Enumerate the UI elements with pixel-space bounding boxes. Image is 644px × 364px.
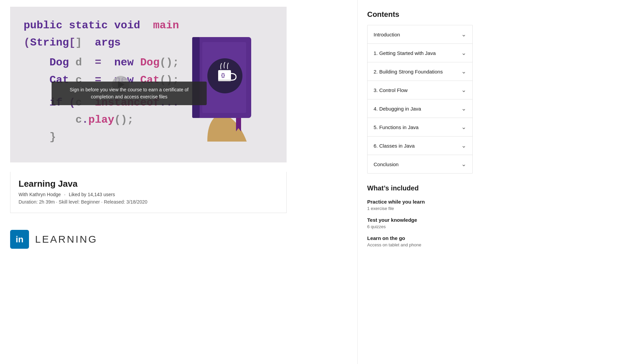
contents-item-label-0: Introduction [374, 32, 400, 37]
in-text: in [16, 234, 23, 245]
course-meta: With Kathryn Hodge · Liked by 14,143 use… [19, 192, 278, 197]
included-item-title-0: Practice while you learn [367, 199, 473, 205]
included-item-title-2: Learn on the go [367, 235, 473, 241]
linkedin-learning-logo: in LEARNING [10, 230, 347, 249]
included-item-sub-2: Access on tablet and phone [367, 242, 473, 247]
included-item-0: Practice while you learn1 exercise file [367, 199, 473, 211]
contents-item-3[interactable]: 3. Control Flow⌄ [368, 81, 472, 99]
chevron-down-icon-1: ⌄ [461, 49, 466, 57]
details-sep1: · [56, 199, 59, 205]
contents-item-6[interactable]: 6. Classes in Java⌄ [368, 136, 472, 155]
contents-item-label-2: 2. Building Strong Foundations [374, 69, 443, 74]
chevron-down-icon-0: ⌄ [461, 31, 466, 38]
linkedin-in-box: in [10, 230, 29, 249]
included-item-sub-0: 1 exercise file [367, 206, 473, 211]
contents-item-label-6: 6. Classes in Java [374, 143, 415, 149]
contents-title: Contents [367, 10, 473, 19]
course-likes: Liked by 14,143 users [69, 192, 115, 197]
included-item-title-1: Test your knowledge [367, 217, 473, 223]
chevron-down-icon-6: ⌄ [461, 142, 466, 149]
included-item-1: Test your knowledge6 quizzes [367, 217, 473, 229]
contents-item-label-1: 1. Getting Started with Java [374, 50, 436, 56]
whats-included-title: What’s included [367, 184, 473, 192]
learning-text: LEARNING [35, 234, 97, 245]
contents-item-1[interactable]: 1. Getting Started with Java⌄ [368, 44, 472, 62]
contents-item-label-5: 5. Functions in Java [374, 124, 418, 130]
included-item-2: Learn on the goAccess on tablet and phon… [367, 235, 473, 247]
course-released: Released: 3/18/2020 [104, 199, 147, 205]
chevron-down-icon-7: ⌄ [461, 160, 466, 168]
svg-rect-7 [218, 80, 231, 81]
chevron-down-icon-3: ⌄ [461, 86, 466, 94]
contents-item-0[interactable]: Introduction⌄ [368, 25, 472, 44]
course-title: Learning Java [19, 179, 278, 189]
included-list: Practice while you learn1 exercise fileT… [367, 199, 473, 247]
contents-item-2[interactable]: 2. Building Strong Foundations⌄ [368, 62, 472, 81]
course-details: Duration: 2h 39m · Skill level: Beginner… [19, 199, 278, 205]
included-item-sub-1: 6 quizzes [367, 224, 473, 229]
course-info: Learning Java With Kathryn Hodge · Liked… [10, 172, 287, 213]
contents-item-7[interactable]: Conclusion⌄ [368, 155, 472, 173]
svg-text:{}: {} [221, 72, 225, 78]
contents-item-label-4: 4. Debugging in Java [374, 106, 421, 112]
course-instructor: With Kathryn Hodge [19, 192, 61, 197]
sidebar: Contents Introduction⌄1. Getting Started… [357, 0, 482, 364]
contents-list: Introduction⌄1. Getting Started with Jav… [367, 25, 473, 174]
chevron-down-icon-2: ⌄ [461, 68, 466, 75]
chevron-down-icon-4: ⌄ [461, 105, 466, 112]
course-duration: Duration: 2h 39m [19, 199, 55, 205]
svg-rect-2 [192, 37, 200, 118]
video-player[interactable]: public static void main (String[] args D… [10, 7, 287, 162]
chevron-down-icon-5: ⌄ [461, 123, 466, 131]
meta-separator: · [64, 192, 67, 197]
contents-item-4[interactable]: 4. Debugging in Java⌄ [368, 99, 472, 118]
contents-item-label-3: 3. Control Flow [374, 87, 408, 93]
contents-item-label-7: Conclusion [374, 161, 399, 167]
course-skill-level: Skill level: Beginner [59, 199, 100, 205]
details-sep2: · [101, 199, 104, 205]
contents-item-5[interactable]: 5. Functions in Java⌄ [368, 118, 472, 136]
main-content: public static void main (String[] args D… [0, 0, 357, 364]
signin-tooltip: Sign in before you view the course to ea… [52, 82, 207, 105]
